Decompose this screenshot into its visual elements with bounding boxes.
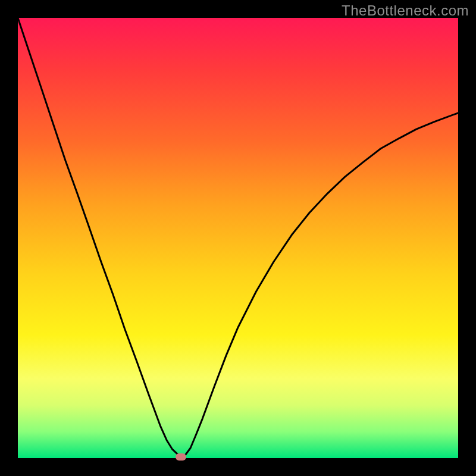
plot-area [18, 18, 458, 458]
minimum-marker [176, 453, 186, 461]
chart-frame: TheBottleneck.com [0, 0, 476, 476]
bottleneck-curve [18, 18, 458, 458]
watermark-text: TheBottleneck.com [342, 2, 469, 19]
